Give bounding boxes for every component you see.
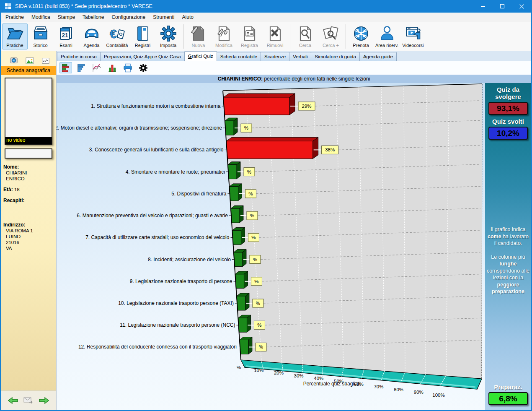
tab-strip: Pratiche in corsoPreparazioni, Quiz App … <box>57 51 531 61</box>
toolbar-button-label: Registri <box>135 43 150 48</box>
menu-item-pratiche[interactable]: Pratiche <box>2 13 28 22</box>
bar-zero <box>232 230 241 245</box>
maximize-button[interactable] <box>493 0 512 13</box>
category-label: 5. Dispositivi di frenatura <box>171 191 227 197</box>
chart-toolbar-button-chart-hbar-blue[interactable] <box>75 62 88 73</box>
bar-side-face <box>244 271 248 289</box>
chart-toolbar-button-settings-gear[interactable]: fill="#5a5a5a" stroke="#333" stroke-widt… <box>137 62 150 73</box>
signature-icon[interactable] <box>41 57 50 65</box>
address-line-2: LUINO <box>3 234 54 239</box>
tab-scheda-contabile[interactable]: Scheda contabile <box>217 52 261 61</box>
chart-vbar-icon <box>108 63 117 73</box>
toolbar-button-label: Registra <box>241 43 258 48</box>
address-line-4: VA <box>3 245 54 251</box>
address-label: Indirizzo: <box>3 222 26 228</box>
toolbar-button-registri[interactable]: Registri <box>130 23 155 49</box>
webcam-icon[interactable] <box>9 57 18 65</box>
toolbar-button-cerca: Cerca + <box>318 23 343 49</box>
value-label: % <box>247 169 251 174</box>
menu-item-modifica[interactable]: Modifica <box>28 13 54 22</box>
photo-tools <box>1 57 56 65</box>
age-label: Età: <box>3 187 13 192</box>
minimize-button[interactable] <box>473 0 493 13</box>
toolbar-button-label: Cerca + <box>323 43 339 48</box>
toolbar-button-storico[interactable]: Storico <box>28 23 53 49</box>
chart-toolbar-button-chart-vbar[interactable] <box>106 62 119 73</box>
menu-item-stampe[interactable]: Stampe <box>54 13 79 22</box>
chart-toolbar-button-printer[interactable] <box>121 62 134 73</box>
bar-side-face <box>240 206 243 223</box>
tab-verbali[interactable]: Verbali <box>289 52 311 61</box>
stats-panel: Quiz da svolgere 93,1% Quiz svolti 10,2%… <box>485 83 531 410</box>
bar-side-face <box>243 250 246 267</box>
menu-item-aiuto[interactable]: Aiuto <box>178 13 197 22</box>
chart-toolbar: fill="#5a5a5a" stroke="#333" stroke-widt… <box>57 61 531 75</box>
toolbar-button-pratiche[interactable]: Pratiche <box>2 23 28 49</box>
tab-preparazioni-quiz-app-e-quiz-casa[interactable]: Preparazioni, Quiz App e Quiz Casa <box>100 52 185 61</box>
folder-open-icon <box>7 25 23 42</box>
bar-side-face <box>289 94 295 115</box>
tab-scadenze[interactable]: Scadenze <box>261 52 289 61</box>
main-toolbar: PraticheStorico21EsamiAgenda€Contabilità… <box>1 22 531 51</box>
doc-edit-icon <box>216 25 232 42</box>
tab-pratiche-in-corso[interactable]: Pratiche in corso <box>57 52 101 61</box>
next-record-button[interactable] <box>39 396 49 405</box>
app-window: SIDA v.1811 (build 853) * Sede principal… <box>0 0 532 411</box>
category-label: 8. Incidenti; assicurazione del veicolo <box>148 257 231 263</box>
sidebar-footer <box>1 390 56 410</box>
category-label: 7. Capacità di utilizzare carte stradali… <box>85 234 230 240</box>
chart-toolbar-button-chart-line[interactable] <box>90 62 103 73</box>
bar-zero <box>231 208 240 223</box>
toolbar-button-imposta[interactable]: Imposta <box>155 23 181 49</box>
archive-icon <box>32 25 49 42</box>
menu-item-tabellone[interactable]: Tabellone <box>79 13 108 22</box>
toolbar-button-label: Prenota <box>353 43 369 48</box>
preparazione-label: Preparaz. <box>494 383 522 390</box>
toolbar-button-label: Area riserv. <box>375 43 398 48</box>
category-label: 6. Manutenzione preventiva del veicolo e… <box>77 213 228 219</box>
toolbar-button-contabilit[interactable]: €Contabilità <box>104 23 130 49</box>
close-icon <box>519 4 524 8</box>
x-tick-label: 90% <box>414 390 424 395</box>
value-label: 29% <box>302 104 312 109</box>
toolbar-button-label: Modifica <box>215 43 232 48</box>
tab-agenda-guide[interactable]: Agenda guide <box>359 52 397 61</box>
x-tick-label: 30% <box>294 373 304 378</box>
chart-header-caption: percentuale degli errori fatti nelle sin… <box>263 76 370 82</box>
toolbar-button-agenda[interactable]: Agenda <box>79 23 104 49</box>
toolbar-button-prenota[interactable]: Prenota <box>348 23 374 49</box>
maximize-icon <box>501 5 504 8</box>
menu-item-strumenti[interactable]: Strumenti <box>149 13 178 22</box>
bar-top-face <box>226 137 318 141</box>
quiz-svolti-value: 10,2% <box>488 127 528 140</box>
address-line-1: VIA ROMA 1 <box>3 228 54 234</box>
toolbar-button-esami[interactable]: 21Esami <box>53 23 79 49</box>
bar-error <box>223 97 289 115</box>
previous-record-button[interactable] <box>8 396 18 405</box>
tab-grafici-quiz[interactable]: Grafici Quiz <box>184 51 217 61</box>
quiz-da-svolgere-value: 93,1% <box>488 102 528 115</box>
toolbar-button-label: Nuova <box>192 43 205 48</box>
value-label: % <box>257 323 261 328</box>
x-tick-label: 10% <box>254 368 263 373</box>
photo-icon[interactable] <box>25 57 34 65</box>
chart-header-student: CHIARINI ENRICO: <box>218 76 263 82</box>
value-label: % <box>248 191 253 196</box>
bar-side-face <box>248 337 252 354</box>
name-line-1: CHIARINI <box>3 170 54 176</box>
toolbar-button-label: Rimuovi <box>267 43 284 48</box>
toolbar-button-area-riserv[interactable]: Area riserv. <box>374 23 400 49</box>
bar-zero <box>238 318 247 332</box>
menu-item-configurazione[interactable]: Configurazione <box>108 13 149 22</box>
send-mail-button[interactable] <box>23 397 34 404</box>
tab-simulatore-di-guida[interactable]: Simulatore di guida <box>311 52 359 61</box>
chart-toolbar-button-chart-hbar-colored[interactable] <box>59 62 72 73</box>
toolbar-button-label: Storico <box>33 43 47 48</box>
bar-zero <box>228 165 237 179</box>
person-icon <box>379 25 395 42</box>
bar-side-face <box>247 315 251 332</box>
close-button[interactable] <box>512 0 531 13</box>
value-label: 38% <box>325 147 335 152</box>
toolbar-button-videocorsi[interactable]: Videocorsi <box>400 23 426 49</box>
docs-search-icon <box>323 25 339 42</box>
